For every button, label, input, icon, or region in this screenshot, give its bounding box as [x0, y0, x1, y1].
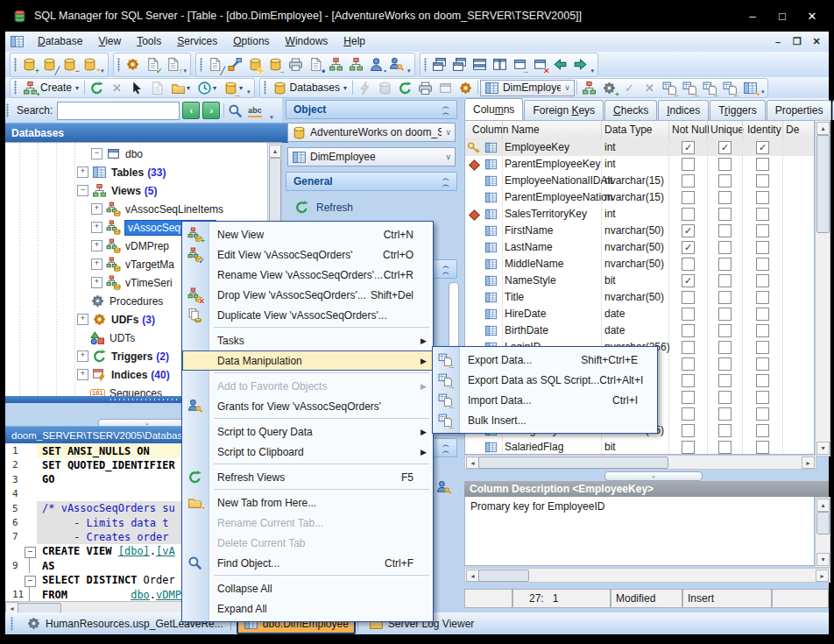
- menu-item-bulk-insert[interactable]: ←Bulk Insert...: [433, 410, 657, 430]
- tab-triggers[interactable]: Triggers: [710, 100, 766, 120]
- tile-vertically-button[interactable]: [490, 55, 510, 74]
- tile-windows-button[interactable]: [449, 55, 470, 74]
- mdi-minimize-button[interactable]: –: [771, 37, 785, 47]
- not-null-checkbox[interactable]: [682, 424, 695, 437]
- not-null-checkbox[interactable]: ✓: [682, 141, 695, 154]
- toolbar-overflow-icon[interactable]: ▾: [247, 88, 251, 96]
- databases-button[interactable]: Databases▾: [269, 80, 350, 96]
- tree-item-label[interactable]: Tables: [111, 166, 144, 179]
- tree-item-views[interactable]: −Views(5): [5, 181, 268, 200]
- expand-node-icon[interactable]: +: [77, 166, 88, 178]
- menu-item-grants-for-view-vassocseqorders[interactable]: Grants for View 'vAssocSeqOrders': [182, 396, 433, 416]
- scroll-up-icon[interactable]: ▴: [269, 145, 281, 158]
- scroll-right-icon[interactable]: ▸: [816, 570, 829, 582]
- identity-checkbox[interactable]: [756, 191, 769, 204]
- object-panel-header[interactable]: Object ︿︿: [286, 100, 457, 119]
- data-type-cell[interactable]: int: [604, 208, 616, 220]
- toolbar-grip[interactable]: [6, 103, 9, 117]
- unique-checkbox[interactable]: [718, 308, 732, 321]
- table-row[interactable]: Titlenvarchar(50): [465, 289, 815, 307]
- task-checklist-button[interactable]: ✓: [143, 55, 163, 74]
- data-type-cell[interactable]: nvarchar(50): [604, 224, 664, 237]
- description-vscrollbar[interactable]: ▴ ▾: [815, 497, 830, 568]
- unique-checkbox[interactable]: [718, 258, 732, 271]
- table-row[interactable]: LastNamenvarchar(50)✓: [465, 239, 815, 257]
- search-previous-button[interactable]: ‹: [182, 102, 200, 119]
- close-button[interactable]: ✕: [797, 0, 827, 32]
- menu-item-drop-view-vassocseqorders[interactable]: ✕Drop View 'vAssocSeqOrders'...Shift+Del: [182, 285, 433, 305]
- not-null-checkbox[interactable]: [682, 208, 695, 221]
- toolbar-overflow-icon[interactable]: ▾: [407, 67, 411, 74]
- identity-checkbox[interactable]: [756, 324, 769, 337]
- table-row[interactable]: ParentEmployeeNationnvarchar(15): [465, 189, 815, 207]
- tree-item-label[interactable]: vTargetMa: [125, 258, 174, 271]
- toolbar-overflow-icon[interactable]: ▾: [591, 67, 595, 74]
- unique-checkbox[interactable]: [718, 158, 732, 171]
- toolbar-grip[interactable]: [14, 81, 17, 95]
- not-null-checkbox[interactable]: [682, 441, 695, 454]
- data-type-cell[interactable]: date: [604, 324, 625, 336]
- code-fold-icon[interactable]: −: [25, 576, 36, 587]
- extract-metadata-button[interactable]: →▾: [220, 79, 246, 97]
- table-services-button[interactable]: [456, 79, 476, 97]
- execute-script-button[interactable]: ⚡: [245, 55, 265, 74]
- menu-item-expand-all[interactable]: Expand All: [182, 598, 433, 619]
- dependency-tree-button[interactable]: [326, 55, 346, 74]
- print-button[interactable]: [286, 55, 306, 74]
- tree-item-label[interactable]: Views: [111, 185, 141, 197]
- history-button[interactable]: ▾: [194, 79, 220, 97]
- unique-checkbox[interactable]: [718, 424, 732, 437]
- table-row[interactable]: FirstNamenvarchar(50)✓: [465, 223, 815, 240]
- refresh-database-button[interactable]: [395, 79, 415, 97]
- menu-services[interactable]: Services: [169, 32, 225, 51]
- table-row[interactable]: BirthDatedate: [465, 322, 815, 340]
- search-input[interactable]: [57, 102, 180, 120]
- print-metadata-button[interactable]: [415, 79, 435, 97]
- not-null-checkbox[interactable]: [682, 407, 695, 421]
- mdi-close-button[interactable]: ✕: [809, 36, 823, 47]
- recent-objects-button[interactable]: ▾: [167, 79, 194, 97]
- scroll-right-icon[interactable]: ▸: [802, 456, 815, 469]
- expand-node-icon[interactable]: +: [91, 240, 102, 251]
- cascade-windows-button[interactable]: [429, 55, 449, 74]
- collapse-node-icon[interactable]: −: [77, 185, 88, 196]
- cancel-changes-button[interactable]: ✕: [640, 79, 660, 97]
- identity-checkbox[interactable]: [756, 391, 769, 404]
- data-type-cell[interactable]: int: [604, 141, 616, 153]
- grid-vscrollbar[interactable]: ▴ ▾: [815, 120, 830, 456]
- unique-checkbox[interactable]: [718, 208, 732, 221]
- tree-item-label[interactable]: vDMPrep: [125, 240, 169, 252]
- tree-item-label[interactable]: UDTs: [110, 332, 135, 344]
- tree-item-label[interactable]: vTimeSeri: [125, 277, 173, 289]
- scrollbar-thumb[interactable]: [478, 570, 529, 582]
- not-null-checkbox[interactable]: [682, 191, 695, 204]
- identity-checkbox[interactable]: [756, 407, 769, 421]
- unique-checkbox[interactable]: [718, 291, 732, 304]
- database-services-button[interactable]: [123, 55, 143, 74]
- table-row[interactable]: NameStylebit✓: [465, 272, 815, 290]
- collapse-section-icon[interactable]: ︿︿: [442, 175, 449, 188]
- new-object-button[interactable]: +: [740, 79, 760, 97]
- tab-foreign-keys[interactable]: Foreign Keys: [524, 100, 604, 120]
- column-name-cell[interactable]: Title: [505, 291, 524, 303]
- identity-checkbox[interactable]: [756, 158, 769, 171]
- search-next-button[interactable]: ›: [202, 102, 220, 119]
- extract-database-button[interactable]: →: [265, 55, 286, 74]
- column-name-cell[interactable]: SalesTerritoryKey: [505, 208, 587, 220]
- next-window-button[interactable]: [570, 55, 590, 74]
- menu-tools[interactable]: Tools: [129, 32, 169, 51]
- unique-checkbox[interactable]: [718, 241, 732, 254]
- unique-checkbox[interactable]: ✓: [718, 141, 732, 154]
- table-row[interactable]: HireDatedate: [465, 306, 815, 323]
- not-null-checkbox[interactable]: ✓: [682, 224, 695, 237]
- bulk-insert-button[interactable]: ←: [720, 79, 740, 97]
- data-type-cell[interactable]: bit: [604, 441, 616, 453]
- toolbar-grip[interactable]: [200, 58, 202, 72]
- unique-checkbox[interactable]: [718, 374, 732, 387]
- unique-checkbox[interactable]: [718, 274, 732, 287]
- data-type-cell[interactable]: bit: [604, 274, 616, 287]
- menu-item-import-data[interactable]: ←Import Data...Ctrl+I: [433, 390, 657, 410]
- expand-node-icon[interactable]: +: [91, 203, 102, 215]
- menu-item-export-data[interactable]: →Export Data...Shift+Ctrl+E: [433, 350, 657, 370]
- column-name-cell[interactable]: EmployeeKey: [505, 141, 569, 153]
